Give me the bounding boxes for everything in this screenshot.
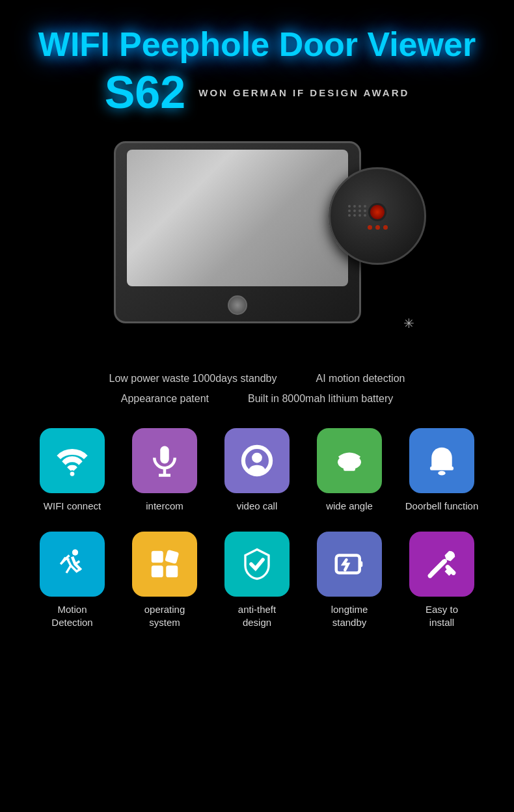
camera-lens — [368, 203, 386, 221]
motion-label: MotionDetection — [51, 603, 92, 629]
subtitle-row: S62 WON GERMAN IF DESIGN AWARD — [105, 70, 410, 115]
speaker-dots — [348, 205, 367, 217]
wifi-label: WIFI connect — [44, 500, 101, 513]
svg-rect-13 — [152, 551, 163, 563]
wifi-icon — [55, 443, 90, 478]
svg-point-10 — [438, 471, 445, 476]
icon-box-motion — [40, 532, 105, 597]
icons-section: WIFI connect intercom — [10, 428, 504, 649]
icon-box-wifi — [40, 428, 105, 493]
tools-icon — [424, 547, 459, 582]
wideangle-icon — [332, 443, 367, 478]
svg-point-5 — [252, 453, 262, 463]
icon-easy-install: Easy toinstall — [400, 532, 483, 629]
features-text: Low power waste 1000days standby AI moti… — [109, 369, 405, 409]
mic-icon — [147, 443, 182, 478]
apps-label: operatingsystem — [144, 603, 185, 629]
icon-box-tools — [409, 532, 474, 597]
page-wrapper: WIFI Peephole Door Viewer S62 WON GERMAN… — [0, 0, 514, 812]
icon-motion-detection: MotionDetection — [31, 532, 114, 629]
motion-icon — [55, 547, 90, 582]
svg-rect-9 — [430, 467, 453, 470]
icon-doorbell: Doorbell function — [400, 428, 483, 513]
icon-operating-system: operatingsystem — [123, 532, 206, 629]
bell-icon — [424, 443, 459, 478]
icon-box-doorbell — [409, 428, 474, 493]
icon-box-shield — [224, 532, 290, 597]
icons-row-1: WIFI connect intercom — [10, 428, 504, 513]
doorbell-label: Doorbell function — [405, 500, 479, 513]
icon-box-apps — [132, 532, 197, 597]
icon-wide-angle: wide angle — [308, 428, 391, 513]
icon-wifi-connect: WIFI connect — [31, 428, 114, 513]
shield-icon — [239, 547, 275, 582]
svg-point-0 — [70, 472, 75, 476]
product-image: ✳ — [75, 128, 439, 349]
icon-video-call: video call — [215, 428, 299, 513]
icon-anti-theft: anti-theftdesign — [215, 532, 299, 629]
wideangle-label: wide angle — [326, 500, 373, 513]
tools-label: Easy toinstall — [426, 603, 458, 629]
icon-box-wideangle — [317, 428, 382, 493]
icon-box-intercom — [132, 428, 197, 493]
feature-2: AI motion detection — [316, 369, 405, 388]
intercom-label: intercom — [146, 500, 183, 513]
icons-row-2: MotionDetection operatingsystem — [10, 532, 504, 629]
videocall-label: video call — [237, 500, 278, 513]
icon-battery: longtimestandby — [308, 532, 391, 629]
feature-1: Low power waste 1000days standby — [109, 369, 277, 388]
svg-point-12 — [72, 550, 78, 556]
shield-label: anti-theftdesign — [238, 603, 276, 629]
svg-rect-18 — [360, 562, 363, 567]
device-body — [114, 141, 361, 323]
page-title: WIFI Peephole Door Viewer — [38, 26, 476, 63]
icon-intercom: intercom — [123, 428, 206, 513]
battery-icon — [332, 547, 367, 582]
svg-rect-8 — [344, 467, 355, 471]
svg-rect-15 — [152, 566, 163, 578]
svg-rect-1 — [160, 446, 169, 463]
model-number: S62 — [105, 70, 186, 115]
award-text: WON GERMAN IF DESIGN AWARD — [198, 87, 409, 98]
apps-icon — [147, 547, 182, 582]
device-screen — [127, 150, 348, 286]
battery-label: longtimestandby — [331, 603, 368, 629]
svg-rect-16 — [166, 566, 178, 578]
icon-box-videocall — [224, 428, 290, 493]
feature-3: Appearance patent — [121, 389, 209, 409]
feature-4: Built in 8000mah lithium battery — [248, 389, 393, 409]
flash-icon: ✳ — [403, 316, 414, 331]
icon-box-battery — [317, 532, 382, 597]
videocall-icon — [239, 443, 275, 478]
camera-ir-dots — [368, 225, 388, 230]
camera-module — [329, 167, 426, 265]
svg-rect-14 — [165, 550, 179, 564]
device-button — [228, 295, 247, 315]
